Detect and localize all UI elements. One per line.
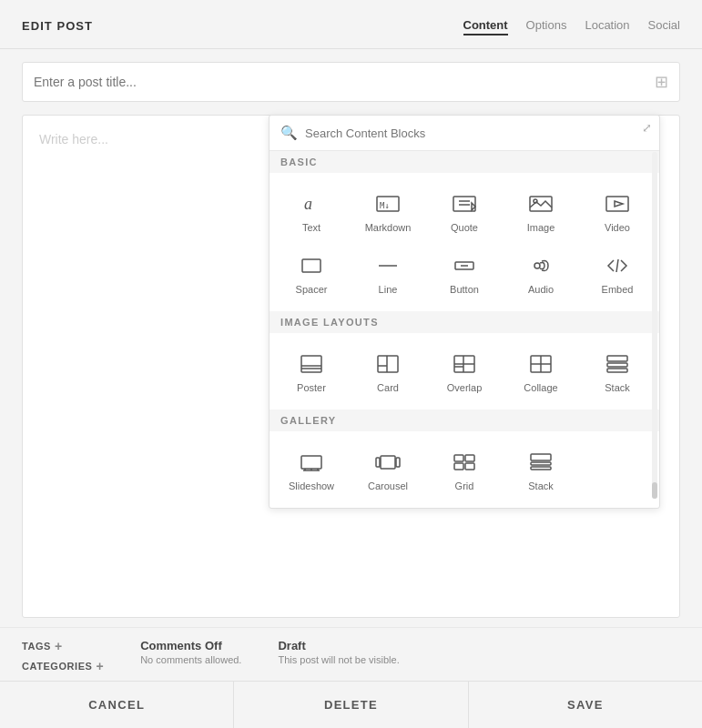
tags-label: TAGS	[22, 641, 51, 652]
tab-location[interactable]: Location	[585, 16, 629, 35]
svg-line-16	[616, 259, 618, 272]
block-stack-layout[interactable]: Stack	[581, 342, 654, 400]
block-text-label: Text	[302, 222, 320, 233]
cancel-button[interactable]: CANCEL	[0, 682, 234, 728]
block-card[interactable]: Card	[351, 342, 424, 400]
svg-rect-45	[465, 463, 474, 470]
block-spacer-label: Spacer	[296, 284, 328, 295]
carousel-icon	[371, 450, 404, 475]
search-input[interactable]	[305, 126, 648, 140]
section-image-layouts-header: IMAGE LAYOUTS	[270, 311, 659, 333]
categories-add-icon[interactable]: +	[96, 659, 104, 673]
block-overlap[interactable]: Overlap	[428, 342, 501, 400]
block-video[interactable]: Video	[581, 182, 654, 240]
blocks-dropdown: ⤢ 🔍 BASIC a Text	[269, 115, 660, 509]
block-audio[interactable]: Audio	[504, 244, 577, 302]
tab-content[interactable]: Content	[463, 16, 508, 35]
markdown-icon: M↓	[371, 191, 404, 217]
tab-options[interactable]: Options	[526, 16, 567, 35]
slideshow-icon	[295, 450, 328, 475]
title-icon: ⊞	[655, 72, 668, 92]
block-markdown[interactable]: M↓ Markdown	[351, 182, 424, 240]
block-carousel[interactable]: Carousel	[351, 440, 424, 499]
block-poster[interactable]: Poster	[275, 342, 348, 400]
search-bar: 🔍	[270, 116, 659, 151]
block-image[interactable]: Image	[504, 182, 577, 240]
expand-icon[interactable]: ⤢	[642, 121, 652, 135]
block-button[interactable]: Button	[428, 244, 501, 302]
categories-item[interactable]: CATEGORIES +	[22, 659, 104, 673]
save-button[interactable]: SAVE	[469, 682, 702, 728]
spacer-icon	[295, 253, 328, 278]
block-slideshow[interactable]: Slideshow	[275, 440, 348, 499]
draft-subtitle: This post will not be visible.	[278, 654, 399, 665]
quote-icon	[448, 191, 481, 217]
section-gallery-header: GALLERY	[270, 410, 659, 431]
block-stack-gallery[interactable]: Stack	[504, 440, 577, 499]
scrollbar-track[interactable]	[652, 152, 657, 499]
search-icon: 🔍	[280, 125, 298, 141]
text-icon: a	[295, 191, 328, 217]
svg-rect-33	[607, 369, 627, 372]
svg-rect-44	[454, 463, 463, 470]
comments-block: Comments Off No comments allowed.	[140, 639, 241, 665]
block-collage[interactable]: Collage	[504, 342, 577, 400]
block-line[interactable]: Line	[351, 244, 424, 302]
block-stack-layout-label: Stack	[605, 382, 630, 393]
svg-rect-20	[378, 356, 398, 372]
svg-point-15	[534, 263, 540, 268]
section-basic-header: BASIC	[270, 151, 659, 173]
block-stack-gallery-label: Stack	[528, 480, 554, 491]
title-input[interactable]	[34, 75, 655, 89]
card-icon	[371, 351, 404, 377]
delete-button[interactable]: DELETE	[234, 682, 468, 728]
svg-rect-41	[396, 458, 400, 467]
block-quote[interactable]: Quote	[428, 182, 501, 240]
svg-text:a: a	[304, 195, 312, 213]
image-layouts-grid: Poster Card	[270, 333, 659, 410]
svg-rect-48	[531, 467, 551, 470]
block-grid[interactable]: Grid	[428, 440, 501, 499]
svg-text:M↓: M↓	[380, 201, 390, 210]
block-audio-label: Audio	[528, 284, 554, 295]
comments-title: Comments Off	[140, 639, 241, 652]
collage-icon	[524, 351, 557, 377]
categories-label: CATEGORIES	[22, 661, 92, 672]
block-carousel-label: Carousel	[368, 480, 408, 491]
block-card-label: Card	[377, 382, 399, 393]
block-embed[interactable]: Embed	[581, 244, 654, 302]
svg-point-8	[534, 199, 537, 203]
svg-rect-34	[301, 456, 321, 469]
footer-meta: TAGS + CATEGORIES + Comments Off No comm…	[0, 627, 702, 681]
svg-rect-31	[607, 356, 627, 361]
gallery-grid: Slideshow Carousel	[270, 431, 659, 508]
svg-rect-9	[606, 197, 628, 211]
block-poster-label: Poster	[297, 382, 326, 393]
draft-block: Draft This post will not be visible.	[278, 639, 399, 665]
block-slideshow-label: Slideshow	[289, 480, 334, 491]
tags-add-icon[interactable]: +	[55, 639, 63, 653]
page-title: EDIT POST	[22, 19, 463, 33]
svg-rect-11	[302, 259, 320, 272]
stack-gallery-icon	[524, 450, 557, 475]
svg-rect-46	[531, 454, 551, 460]
block-image-label: Image	[527, 222, 555, 233]
block-grid-label: Grid	[455, 480, 474, 491]
video-icon	[601, 191, 634, 217]
basic-blocks-grid: a Text M↓ Markdown	[270, 173, 659, 311]
main-area: Write here... ⤢ 🔍 BASIC a T	[0, 115, 702, 627]
tags-item[interactable]: TAGS +	[22, 639, 104, 653]
line-icon	[371, 253, 404, 278]
comments-subtitle: No comments allowed.	[140, 654, 241, 665]
scrollbar-thumb[interactable]	[652, 482, 657, 499]
block-text[interactable]: a Text	[275, 182, 348, 240]
svg-rect-42	[454, 455, 463, 461]
block-button-label: Button	[450, 284, 479, 295]
block-embed-label: Embed	[602, 284, 634, 295]
block-overlap-label: Overlap	[447, 382, 483, 393]
tab-social[interactable]: Social	[648, 16, 680, 35]
block-spacer[interactable]: Spacer	[275, 244, 348, 302]
audio-icon	[524, 253, 557, 278]
header-tabs: Content Options Location Social	[463, 16, 681, 35]
overlap-icon	[448, 351, 481, 377]
